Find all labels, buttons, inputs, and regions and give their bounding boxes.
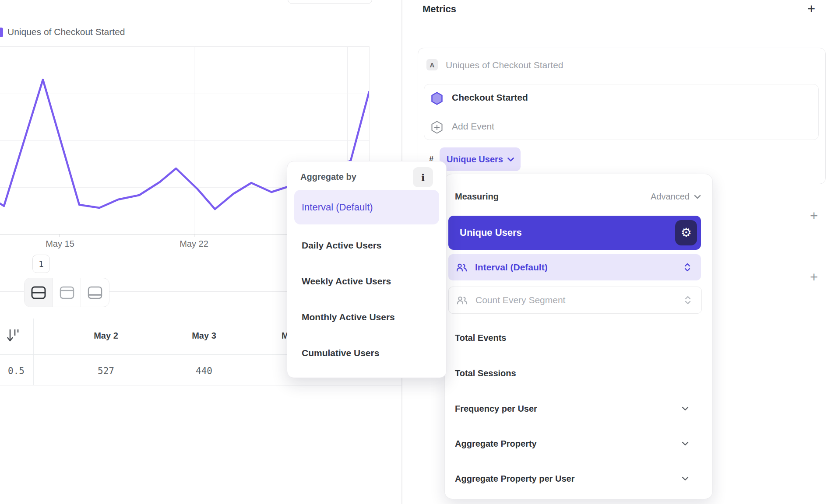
- interval-selector[interactable]: Interval (Default): [448, 254, 701, 280]
- add-event-label[interactable]: Add Event: [452, 121, 494, 132]
- measuring-label: Measuring: [455, 192, 499, 202]
- event-card: Checkout Started Add Event: [424, 84, 819, 140]
- add-event-icon[interactable]: [431, 121, 443, 134]
- advanced-label: Advanced: [651, 192, 690, 202]
- metric-badge: A: [426, 59, 438, 70]
- table-row-border: [0, 385, 401, 385]
- measuring-popover: Measuring Advanced Unique Users ⚙ Interv…: [444, 174, 713, 499]
- aggregate-option-label: Monthly Active Users: [302, 312, 395, 322]
- measuring-option-unique-users[interactable]: Unique Users ⚙: [448, 216, 701, 250]
- layout-toggle-split-rows[interactable]: [25, 278, 53, 307]
- measure-chip-label: Unique Users: [447, 154, 503, 164]
- page-number-badge[interactable]: 1: [32, 255, 50, 273]
- users-icon: [456, 263, 467, 272]
- legend-swatch: [0, 28, 3, 37]
- add-section-button[interactable]: +: [806, 208, 821, 224]
- table-column-divider: [33, 318, 34, 385]
- unique-users-label: Unique Users: [460, 227, 675, 238]
- layout-toggle-group: [24, 278, 109, 307]
- add-metric-button[interactable]: +: [804, 1, 819, 18]
- segment-count-selector[interactable]: Count Every Segment: [448, 287, 702, 314]
- chevron-down-icon: [507, 158, 514, 161]
- axis-tick: [194, 234, 194, 237]
- up-down-chevron-icon: [684, 263, 690, 272]
- option-label: Aggregate Property per User: [455, 474, 682, 484]
- up-down-chevron-icon: [685, 296, 691, 304]
- measure-settings-button[interactable]: ⚙: [675, 220, 697, 245]
- info-button[interactable]: i: [413, 167, 433, 187]
- footer-bottom-icon: [88, 286, 102, 299]
- option-label: Total Events: [455, 333, 703, 343]
- aggregate-option-cumulative-users[interactable]: Cumulative Users: [302, 343, 433, 363]
- aggregate-option-label: Weekly Active Users: [302, 276, 391, 287]
- aggregate-option-monthly-active-users[interactable]: Monthly Active Users: [302, 308, 433, 327]
- event-name[interactable]: Checkout Started: [452, 92, 528, 103]
- axis-tick: [60, 234, 60, 237]
- option-label: Frequency per User: [455, 404, 682, 414]
- chevron-down-icon: [682, 476, 689, 481]
- event-hexagon-icon: [431, 92, 443, 105]
- table-cell: 527: [71, 366, 141, 376]
- aggregate-option-interval[interactable]: Interval (Default): [294, 190, 439, 224]
- measuring-option-aggregate-property-per-user[interactable]: Aggregate Property per User: [455, 466, 703, 492]
- table-header-cell[interactable]: May 2: [71, 331, 141, 341]
- info-icon: i: [421, 172, 425, 183]
- add-section-button[interactable]: +: [806, 269, 821, 286]
- interval-selector-label: Interval (Default): [475, 262, 684, 273]
- table-row-label: 0.5: [0, 366, 25, 376]
- aggregate-option-label: Cumulative Users: [302, 348, 379, 358]
- segment-count-label: Count Every Segment: [475, 295, 685, 305]
- advanced-toggle[interactable]: Advanced: [651, 192, 701, 202]
- toolbar-button-partial[interactable]: [288, 0, 372, 4]
- metric-card-title[interactable]: Uniques of Checkout Started: [446, 60, 563, 70]
- option-label: Aggregate Property: [455, 439, 682, 449]
- metric-card: A Uniques of Checkout Started Checkout S…: [418, 48, 826, 184]
- chevron-down-icon: [682, 441, 689, 446]
- aggregate-by-popover: Aggregate by i Interval (Default) Daily …: [287, 161, 447, 378]
- table-header-cell[interactable]: May 3: [169, 331, 239, 341]
- layout-toggle-footer-bottom[interactable]: [81, 278, 109, 307]
- measuring-option-aggregate-property[interactable]: Aggregate Property: [455, 430, 703, 457]
- users-icon: [457, 296, 468, 304]
- gear-icon: ⚙: [680, 227, 691, 239]
- chevron-down-icon: [682, 406, 689, 411]
- measuring-option-frequency-per-user[interactable]: Frequency per User: [455, 396, 703, 422]
- aggregate-option-label: Daily Active Users: [302, 240, 382, 251]
- x-axis-label: May 22: [168, 239, 220, 249]
- x-axis-label: May 15: [34, 239, 86, 249]
- measuring-option-total-events[interactable]: Total Events: [455, 325, 703, 351]
- metrics-section-title: Metrics: [423, 4, 456, 15]
- chevron-down-icon: [694, 195, 701, 199]
- aggregate-by-title: Aggregate by: [300, 172, 356, 182]
- aggregate-option-weekly-active-users[interactable]: Weekly Active Users: [302, 272, 433, 291]
- sort-descending-icon[interactable]: [6, 328, 20, 346]
- measuring-option-total-sessions[interactable]: Total Sessions: [455, 360, 703, 386]
- header-top-icon: [60, 286, 74, 299]
- aggregate-option-daily-active-users[interactable]: Daily Active Users: [302, 236, 433, 255]
- measure-chip[interactable]: Unique Users: [440, 147, 521, 171]
- layout-toggle-header-top[interactable]: [53, 278, 81, 307]
- split-rows-icon: [31, 286, 46, 299]
- legend-label: Uniques of Checkout Started: [7, 27, 125, 37]
- option-label: Total Sessions: [455, 368, 703, 378]
- table-cell: 440: [169, 366, 239, 376]
- aggregate-option-label: Interval (Default): [302, 202, 373, 213]
- insights-report-view: Uniques of Checkout Started May 15 May 2…: [0, 0, 831, 504]
